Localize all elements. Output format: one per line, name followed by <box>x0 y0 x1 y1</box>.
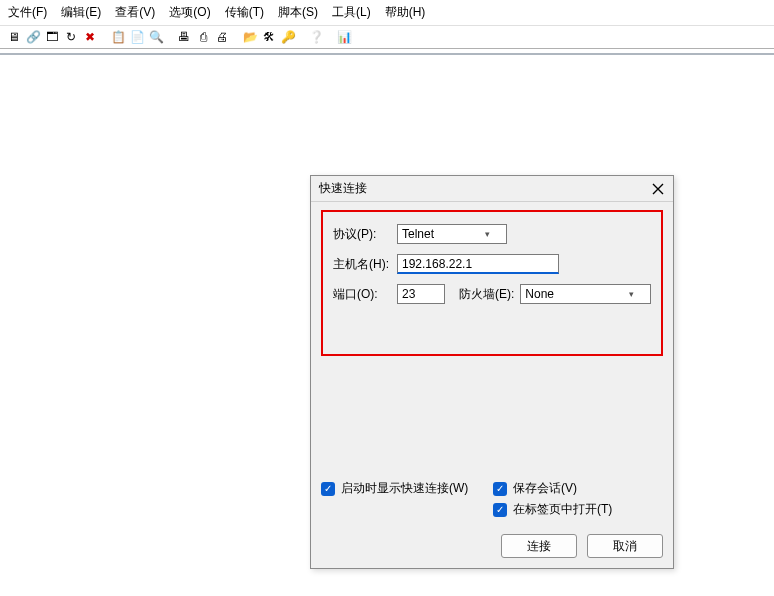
port-input[interactable] <box>397 284 445 304</box>
hostname-label: 主机名(H): <box>333 256 397 273</box>
tools-icon[interactable]: 🛠 <box>261 29 277 45</box>
checkbox-checked-icon: ✓ <box>493 503 507 517</box>
save-session-checkbox[interactable]: ✓ 保存会话(V) <box>493 480 663 497</box>
reconnect-icon[interactable]: ↻ <box>63 29 79 45</box>
find-icon[interactable]: 🔍 <box>148 29 164 45</box>
cancel-button[interactable]: 取消 <box>587 534 663 558</box>
connection-settings-group: 协议(P): Telnet ▾ 主机名(H): 端口(O): 防火墙(E): N… <box>321 210 663 356</box>
quick-connect-icon[interactable]: 🔗 <box>25 29 41 45</box>
show-quick-connect-label: 启动时显示快速连接(W) <box>341 480 468 497</box>
open-in-tab-label: 在标签页中打开(T) <box>513 501 612 518</box>
cross-icon[interactable]: ✖ <box>82 29 98 45</box>
print-setup-icon[interactable]: ⎙ <box>195 29 211 45</box>
paste-icon[interactable]: 📄 <box>129 29 145 45</box>
print-icon[interactable]: 🖶 <box>176 29 192 45</box>
protocol-label: 协议(P): <box>333 226 397 243</box>
folder-icon[interactable]: 📂 <box>242 29 258 45</box>
hostname-input[interactable] <box>397 254 559 274</box>
close-icon[interactable] <box>649 181 667 197</box>
firewall-value: None <box>525 287 554 301</box>
open-in-tab-checkbox[interactable]: ✓ 在标签页中打开(T) <box>493 501 663 518</box>
window-icon[interactable]: 🗔 <box>44 29 60 45</box>
chevron-down-icon: ▾ <box>629 289 634 299</box>
connect-button[interactable]: 连接 <box>501 534 577 558</box>
menu-edit[interactable]: 编辑(E) <box>61 4 101 21</box>
menu-options[interactable]: 选项(O) <box>169 4 210 21</box>
show-quick-connect-checkbox[interactable]: ✓ 启动时显示快速连接(W) <box>321 480 493 497</box>
checkbox-checked-icon: ✓ <box>493 482 507 496</box>
chevron-down-icon: ▾ <box>485 229 490 239</box>
toolbar-separator-bar <box>0 53 774 55</box>
menu-file[interactable]: 文件(F) <box>8 4 47 21</box>
protocol-value: Telnet <box>402 227 434 241</box>
port-label: 端口(O): <box>333 286 397 303</box>
quick-connect-dialog: 快速连接 协议(P): Telnet ▾ 主机名(H): 端口(O): 防火墙(… <box>310 175 674 569</box>
menu-help[interactable]: 帮助(H) <box>385 4 426 21</box>
key-icon[interactable]: 🔑 <box>280 29 296 45</box>
chart-icon[interactable]: 📊 <box>336 29 352 45</box>
toolbar: 🖥🔗🗔↻✖📋📄🔍🖶⎙🖨📂🛠🔑❔📊 <box>0 26 774 49</box>
help-icon[interactable]: ❔ <box>308 29 324 45</box>
menu-view[interactable]: 查看(V) <box>115 4 155 21</box>
firewall-label: 防火墙(E): <box>459 286 514 303</box>
menubar: 文件(F) 编辑(E) 查看(V) 选项(O) 传输(T) 脚本(S) 工具(L… <box>0 0 774 26</box>
protocol-select[interactable]: Telnet ▾ <box>397 224 507 244</box>
menu-tools[interactable]: 工具(L) <box>332 4 371 21</box>
printer-icon[interactable]: 🖨 <box>214 29 230 45</box>
save-session-label: 保存会话(V) <box>513 480 577 497</box>
menu-script[interactable]: 脚本(S) <box>278 4 318 21</box>
session-icon[interactable]: 🖥 <box>6 29 22 45</box>
firewall-select[interactable]: None ▾ <box>520 284 651 304</box>
copy-icon[interactable]: 📋 <box>110 29 126 45</box>
dialog-title: 快速连接 <box>319 180 367 197</box>
dialog-titlebar: 快速连接 <box>311 176 673 202</box>
menu-transfer[interactable]: 传输(T) <box>225 4 264 21</box>
checkbox-checked-icon: ✓ <box>321 482 335 496</box>
